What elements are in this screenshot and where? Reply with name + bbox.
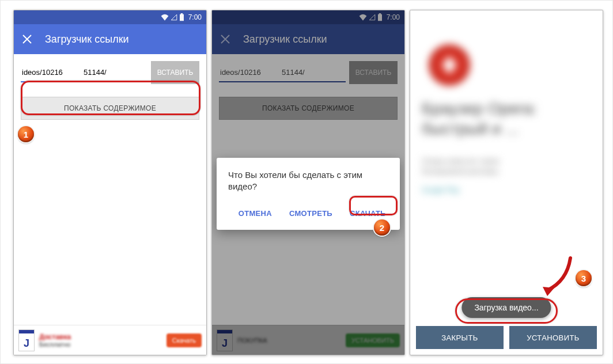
- paste-button[interactable]: ВСТАВИТЬ: [151, 61, 199, 84]
- interstitial-ad: Браузер Opera: быстрый и ... Опера извес…: [418, 44, 595, 194]
- wifi-icon: [161, 14, 169, 21]
- close-button[interactable]: ЗАКРЫТЬ: [416, 326, 504, 349]
- step-marker-2: 2: [374, 219, 390, 236]
- battery-icon: [179, 13, 184, 21]
- arrow-icon: [537, 255, 577, 301]
- ad-title: Браузер Opera: быстрый и ...: [422, 98, 591, 139]
- step-marker-1: 1: [18, 126, 34, 142]
- ad-logo: J: [18, 329, 35, 351]
- screenshot-3: Браузер Opera: быстрый и ... Опера извес…: [410, 10, 603, 355]
- install-button[interactable]: УСТАНОВИТЬ: [509, 326, 597, 349]
- screenshot-2: 7:00 Загрузчик ссылки ВСТАВИТЬ ПОКАЗАТЬ …: [211, 10, 405, 355]
- app-bar: Загрузчик ссылки: [14, 24, 206, 54]
- screenshot-1: 7:00 Загрузчик ссылки ВСТАВИТЬ ПОКАЗАТЬ …: [13, 10, 207, 355]
- signal-icon: [171, 14, 177, 21]
- show-content-button[interactable]: ПОКАЗАТЬ СОДЕРЖИМОЕ: [21, 97, 199, 120]
- status-bar: 7:00: [14, 10, 206, 24]
- ad-subtitle: Опера известен также блокировкой рекламы: [422, 156, 591, 177]
- dialog-text: Что Вы хотели бы сделать с этим видео?: [228, 169, 388, 193]
- google-play-label: Google Play: [422, 186, 591, 194]
- ad-text: Доставка Бесплатно: [39, 333, 162, 348]
- clock: 7:00: [188, 13, 202, 21]
- appbar-title: Загрузчик ссылки: [45, 33, 129, 46]
- url-input[interactable]: [21, 63, 147, 82]
- close-icon[interactable]: [22, 34, 32, 44]
- ad-cta[interactable]: Скачать: [167, 333, 202, 347]
- ad-banner[interactable]: J Доставка Бесплатно Скачать: [14, 325, 206, 355]
- dialog-watch[interactable]: СМОТРЕТЬ: [287, 206, 335, 221]
- action-dialog: Что Вы хотели бы сделать с этим видео? О…: [217, 158, 400, 230]
- dialog-download[interactable]: СКАЧАТЬ: [347, 206, 388, 221]
- step-marker-3: 3: [576, 270, 592, 286]
- opera-icon: [429, 44, 470, 86]
- dialog-cancel[interactable]: ОТМЕНА: [236, 206, 274, 221]
